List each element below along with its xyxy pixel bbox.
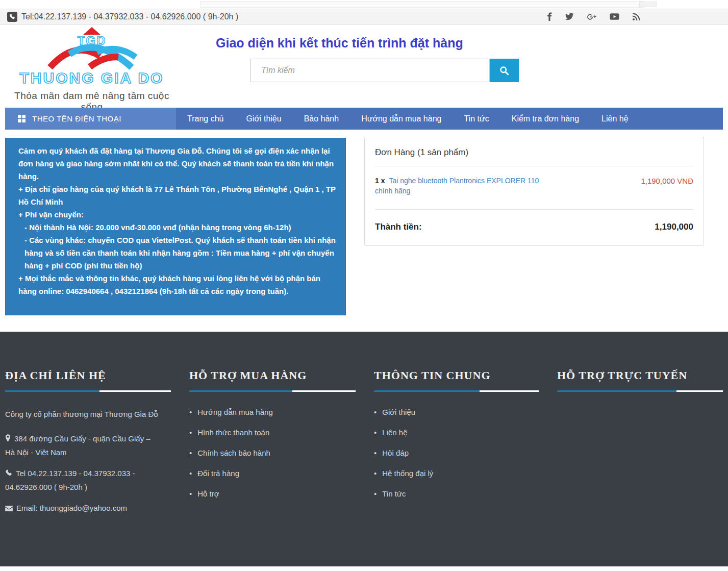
footer-link-returns[interactable]: Đổi trả hàng	[189, 468, 356, 479]
notice-line: - Các vùng khác: chuyển COD qua ViettelP…	[18, 234, 338, 272]
order-total-row: Thành tiền: 1,190,000	[375, 222, 693, 232]
item-name-link[interactable]: Tai nghe bluetooth Plantronics EXPLORER …	[375, 177, 539, 195]
top-bar-phone-text: Tel:04.22.137.139 - 04.37932.033 - 04.62…	[21, 12, 238, 21]
footer-email: Email: thuonggiado@yahoo.com	[5, 501, 171, 515]
nav-item-warranty[interactable]: Bảo hành	[293, 108, 350, 130]
footer-address: 384 đường Cầu Giấy - quận Cầu Giấy – Hà …	[5, 432, 161, 459]
footer-heading-online-support: HỖ TRỢ TRỰC TUYẾN	[557, 369, 723, 382]
footer-column-online-support: HỖ TRỢ TRỰC TUYẾN	[557, 369, 723, 522]
footer-link-news[interactable]: Tin tức	[374, 489, 539, 499]
footer-column-contact: ĐỊA CHỈ LIÊN HỆ Công ty cổ phần thương m…	[5, 369, 189, 522]
phone-icon	[5, 469, 12, 477]
youtube-icon[interactable]	[610, 13, 619, 20]
google-plus-icon[interactable]	[587, 13, 597, 21]
footer-link-faq[interactable]: Hỏi đáp	[374, 448, 539, 458]
header: TGD THUONG GIA DO Thỏa mãn đam mê nâng t…	[0, 24, 728, 108]
footer-link-dealer-network[interactable]: Hệ thống đại lý	[374, 468, 539, 479]
footer-heading-contact: ĐỊA CHỈ LIÊN HỆ	[5, 369, 171, 382]
footer-link-payment-methods[interactable]: Hình thức thanh toán	[189, 428, 356, 438]
footer-company-name: Công ty cổ phần thương mại Thương Gia Đỗ	[5, 407, 171, 421]
facebook-icon[interactable]	[547, 12, 552, 21]
footer-heading-shopping-support: HỖ TRỢ MUA HÀNG	[189, 369, 356, 382]
order-summary-title: Đơn Hàng (1 sản phẩm)	[375, 147, 693, 158]
order-summary-panel: Đơn Hàng (1 sản phẩm) 1 xTai nghe blueto…	[364, 137, 704, 246]
browser-artifact	[639, 2, 657, 7]
category-menu-button[interactable]: THEO TÊN ĐIỆN THOẠI	[5, 108, 176, 130]
notice-line: - Nội thành Hà Nội: 20.000 vnđ-30.000 vn…	[18, 221, 338, 234]
order-total-value: 1,190,000	[655, 222, 693, 232]
twitter-icon[interactable]	[565, 13, 574, 20]
nav-item-home[interactable]: Trang chủ	[176, 108, 235, 130]
top-bar: Tel:04.22.137.139 - 04.37932.033 - 04.62…	[0, 9, 728, 24]
browser-edge-strip	[0, 0, 728, 9]
search-icon	[499, 66, 509, 76]
location-pin-icon	[5, 434, 11, 442]
divider	[375, 166, 693, 166]
browser-artifact	[200, 1, 644, 8]
notice-line: + Mọi thắc mắc và thông tin khác, quý kh…	[18, 272, 338, 297]
rss-icon[interactable]	[632, 13, 640, 21]
top-bar-phone: Tel:04.22.137.139 - 04.37932.033 - 04.62…	[7, 12, 238, 22]
logo-name: THUONG GIA DO	[4, 69, 180, 87]
footer-link-warranty-policy[interactable]: Chính sách bảo hành	[189, 448, 356, 458]
item-price: 1,190,000 VNĐ	[641, 176, 693, 185]
category-menu-label: THEO TÊN ĐIỆN THOẠI	[32, 114, 121, 123]
footer-link-support[interactable]: Hỗ trợ	[189, 489, 356, 499]
search-bar	[250, 59, 519, 82]
nav-item-about[interactable]: Giới thiệu	[235, 108, 292, 130]
footer-heading-general-info: THÔNG TIN CHUNG	[374, 369, 539, 382]
notice-line: Cảm ơn quý khách đã đặt hàng tại Thương …	[18, 144, 338, 183]
search-input[interactable]	[250, 59, 490, 82]
footer-link-contact[interactable]: Liên hệ	[374, 428, 539, 438]
footer-link-buying-guide[interactable]: Hướng dẫn mua hàng	[189, 407, 356, 417]
nav-menu: Trang chủ Giới thiệu Bảo hành Hướng dẫn …	[176, 108, 640, 130]
nav-item-buying-guide[interactable]: Hướng dẫn mua hàng	[350, 108, 453, 130]
heading-underline	[5, 390, 171, 392]
order-confirmation-notice: Cảm ơn quý khách đã đặt hàng tại Thương …	[5, 138, 346, 315]
heading-underline	[374, 390, 539, 392]
social-links	[547, 12, 640, 21]
phone-icon	[7, 12, 17, 22]
order-total-label: Thành tiền:	[375, 222, 422, 232]
nav-item-order-check[interactable]: Kiểm tra đơn hàng	[500, 108, 590, 130]
search-button[interactable]	[490, 59, 519, 82]
order-line-item: 1 xTai nghe bluetooth Plantronics EXPLOR…	[375, 176, 693, 196]
page: { "topbar": { "phone": "Tel:04.22.137.13…	[0, 0, 728, 571]
footer-column-general-info: THÔNG TIN CHUNG Giới thiệu Liên hệ Hỏi đ…	[374, 369, 557, 522]
main-nav: THEO TÊN ĐIỆN THOẠI Trang chủ Giới thiệu…	[5, 108, 723, 130]
footer-link-about[interactable]: Giới thiệu	[374, 407, 539, 417]
grid-icon	[18, 115, 26, 122]
footer-tel: Tel 04.22.137.139 - 04.37932.033 - 04.62…	[5, 466, 158, 494]
notice-line: + Phí vận chuyển:	[18, 208, 338, 221]
envelope-icon	[5, 506, 13, 511]
divider	[375, 209, 693, 210]
heading-underline	[189, 390, 356, 392]
item-quantity: 1 x	[375, 177, 385, 185]
page-title: Giao diện khi kết thúc tiến trình đặt hà…	[216, 36, 463, 51]
logo-graphic: TGD	[36, 27, 148, 71]
nav-item-contact[interactable]: Liên hệ	[590, 108, 640, 130]
nav-item-news[interactable]: Tin tức	[453, 108, 500, 130]
notice-line: + Địa chỉ giao hàng của quý khách là 77 …	[18, 183, 338, 208]
heading-underline	[557, 390, 723, 392]
footer-column-shopping-support: HỖ TRỢ MUA HÀNG Hướng dẫn mua hàng Hình …	[189, 369, 374, 522]
site-logo[interactable]: TGD THUONG GIA DO Thỏa mãn đam mê nâng t…	[4, 27, 180, 113]
footer: ĐỊA CHỈ LIÊN HỆ Công ty cổ phần thương m…	[0, 332, 728, 566]
